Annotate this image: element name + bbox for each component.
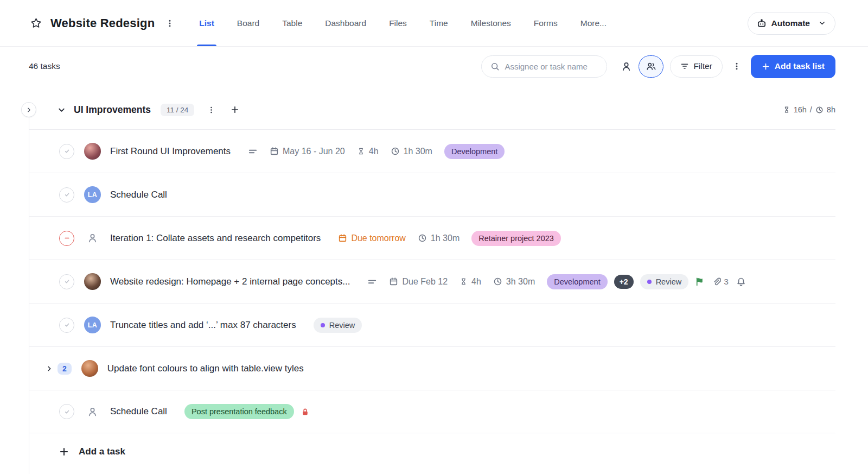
chevron-right-icon <box>46 365 53 372</box>
automate-label: Automate <box>771 18 810 28</box>
check-icon <box>63 191 71 199</box>
task-list-section: UI Improvements 11 / 24 16h / 8h <box>0 86 868 470</box>
complete-task-button[interactable] <box>59 318 74 333</box>
unassigned-avatar[interactable] <box>84 230 101 247</box>
tab-milestones[interactable]: Milestones <box>471 0 511 46</box>
tab-forms[interactable]: Forms <box>534 0 558 46</box>
description-icon <box>248 147 258 156</box>
tab-list[interactable]: List <box>199 0 214 46</box>
hourglass-icon <box>459 277 468 286</box>
estimate-text: 4h <box>369 147 379 156</box>
tag-development[interactable]: Development <box>444 144 505 159</box>
search-icon <box>490 62 500 71</box>
page-title: Website Redesign <box>50 16 155 30</box>
task-row[interactable]: Website redesign: Homepage + 2 internal … <box>29 260 835 303</box>
toolbar-menu-button[interactable] <box>729 58 744 75</box>
minus-icon <box>63 234 71 242</box>
collapse-panel-button[interactable] <box>21 102 36 117</box>
paperclip-icon <box>712 277 721 286</box>
task-title[interactable]: Schedule Call <box>110 189 167 200</box>
task-title[interactable]: Truncate titles and add ‘...’ max 87 cha… <box>110 320 296 331</box>
complete-task-button[interactable] <box>59 144 74 159</box>
clock-icon <box>391 147 400 156</box>
logged-text: 3h 30m <box>506 277 535 287</box>
status-badge-review[interactable]: Review <box>314 318 362 333</box>
search-box[interactable] <box>481 55 607 78</box>
attachments-button[interactable]: 3 <box>712 277 729 287</box>
complete-task-button[interactable] <box>59 187 74 203</box>
task-row[interactable]: Schedule Call Post presentation feedback <box>29 390 835 433</box>
project-menu-button[interactable] <box>163 17 176 30</box>
tab-files[interactable]: Files <box>389 0 407 46</box>
task-title[interactable]: Schedule Call <box>110 406 167 417</box>
group-title: UI Improvements <box>74 104 151 116</box>
status-badge-review[interactable]: Review <box>640 274 689 289</box>
task-title[interactable]: Website redesign: Homepage + 2 internal … <box>110 276 350 287</box>
favorite-star-button[interactable] <box>30 17 42 29</box>
group-menu-button[interactable] <box>205 104 218 116</box>
complete-task-button[interactable] <box>59 274 74 289</box>
tag-retainer-project[interactable]: Retainer project 2023 <box>471 231 561 246</box>
logged-text: 1h 30m <box>404 147 432 156</box>
plus-icon <box>59 447 69 457</box>
blocked-task-button[interactable] <box>59 231 74 246</box>
unassigned-avatar[interactable] <box>84 403 101 420</box>
assignee-avatar[interactable] <box>84 273 101 290</box>
single-assignee-toggle-button[interactable] <box>614 55 639 78</box>
status-dot <box>647 280 652 284</box>
assignee-avatar[interactable]: LA <box>84 186 101 203</box>
group-collapse-button[interactable] <box>56 104 67 116</box>
person-icon <box>621 61 631 72</box>
assignee-avatar[interactable]: LA <box>84 317 101 333</box>
tab-dashboard[interactable]: Dashboard <box>325 0 366 46</box>
tab-time[interactable]: Time <box>430 0 448 46</box>
robot-icon <box>757 18 767 28</box>
complete-task-button[interactable] <box>59 404 74 419</box>
task-title[interactable]: First Round UI Improvements <box>110 146 231 157</box>
group-assignee-toggle-button[interactable] <box>639 55 663 78</box>
assignee-view-toggle <box>614 55 663 78</box>
filter-button[interactable]: Filter <box>670 55 722 78</box>
group-add-task-button[interactable] <box>228 103 241 116</box>
task-title[interactable]: Update font colours to align with table.… <box>107 363 304 374</box>
task-row[interactable]: LA Truncate titles and add ‘...’ max 87 … <box>29 303 835 346</box>
view-tabs: List Board Table Dashboard Files Time Mi… <box>199 0 607 46</box>
tab-board[interactable]: Board <box>237 0 259 46</box>
kebab-icon <box>732 62 741 71</box>
project-header-right: Automate <box>748 0 835 46</box>
hourglass-icon <box>357 147 365 155</box>
task-row[interactable]: First Round UI Improvements May 16 - Jun… <box>29 129 835 173</box>
search-input[interactable] <box>505 62 598 71</box>
add-task-button[interactable]: Add a task <box>59 446 125 457</box>
task-count: 46 tasks <box>29 61 60 71</box>
reminder-button[interactable] <box>736 277 746 287</box>
subtask-expander: 2 <box>46 363 72 375</box>
tag-post-presentation-feedback[interactable]: Post presentation feedback <box>184 404 294 419</box>
task-row[interactable]: LA Schedule Call <box>29 173 835 216</box>
priority-flag-icon <box>695 277 704 286</box>
task-row[interactable]: 2 Update font colours to align with tabl… <box>29 346 835 390</box>
task-title[interactable]: Iteration 1: Collate assets and research… <box>110 233 321 244</box>
description-icon <box>367 277 377 287</box>
person-icon <box>87 407 98 417</box>
expand-subtasks-button[interactable] <box>46 365 53 372</box>
due-date-text: Due Feb 12 <box>402 277 448 287</box>
hourglass-icon <box>783 106 790 113</box>
add-task-list-button[interactable]: Add task list <box>751 55 835 78</box>
tab-more[interactable]: More... <box>580 0 607 46</box>
task-logged-time: 3h 30m <box>493 277 535 287</box>
automate-button[interactable]: Automate <box>748 12 835 35</box>
calendar-icon <box>270 147 279 156</box>
subtask-count-badge[interactable]: 2 <box>58 363 72 375</box>
status-dot <box>321 323 325 327</box>
tab-table[interactable]: Table <box>282 0 302 46</box>
more-tags-badge[interactable]: +2 <box>614 275 634 289</box>
kebab-icon <box>207 106 215 114</box>
task-row[interactable]: Iteration 1: Collate assets and research… <box>29 216 835 260</box>
tag-development[interactable]: Development <box>547 274 607 289</box>
project-header-left: Website Redesign <box>30 0 176 46</box>
assignee-avatar[interactable] <box>81 360 98 377</box>
assignee-avatar[interactable] <box>84 143 101 160</box>
check-icon <box>63 408 71 416</box>
plus-icon <box>231 105 239 114</box>
